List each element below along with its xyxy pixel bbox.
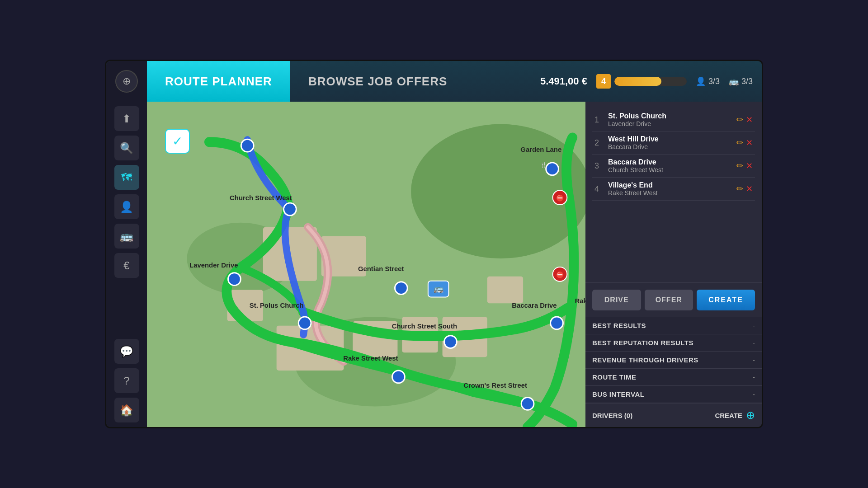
stat-label: ROUTE TIME [592,373,637,381]
add-driver-button[interactable]: ⊕ [746,409,755,422]
header-sidebar: ⊕ [106,61,147,102]
xp-level: 4 [596,74,611,89]
route-text: Baccara Drive Church Street West [608,158,732,174]
svg-text:Rake St.: Rake St. [575,297,585,305]
svg-text:🍴: 🍴 [540,161,547,168]
svg-text:Church Street West: Church Street West [230,194,292,202]
map-svg: 🚌 ⛔ ⛔ Garden Lane 🍴 Church Street West L… [147,102,585,427]
route-actions: ✏ ✕ [736,161,753,171]
svg-point-12 [546,163,559,175]
stat-label: BEST RESULTS [592,322,646,329]
svg-text:Crown's Rest Street: Crown's Rest Street [463,382,527,389]
delete-route-button[interactable]: ✕ [746,184,753,194]
route-number: 4 [594,184,604,194]
money-display: 5.491,00 € [540,75,587,87]
delete-route-button[interactable]: ✕ [746,161,753,171]
stats-panel: BEST RESULTS - BEST REPUTATION RESULTS -… [585,317,762,403]
buses-count: 3/3 [741,77,753,86]
svg-text:Baccara Drive: Baccara Drive [512,302,557,309]
svg-point-14 [228,273,241,286]
route-line2: Rake Street West [608,189,732,197]
tab-area: ROUTE PLANNER BROWSE JOB OFFERS [147,61,540,102]
svg-point-16 [298,317,311,329]
xp-bar-container: 4 [596,74,687,89]
stat-row: BEST RESULTS - [585,317,762,334]
route-text: St. Polus Church Lavender Drive [608,112,732,127]
svg-text:Garden Lane: Garden Lane [520,146,561,153]
compass-icon[interactable]: ⊕ [115,70,138,93]
svg-text:🚌: 🚌 [434,284,444,294]
route-line1: St. Polus Church [608,112,732,120]
drive-button[interactable]: DRIVE [592,290,641,310]
drivers-create-text: CREATE [715,412,742,419]
route-item: 2 West Hill Drive Baccara Drive ✏ ✕ [592,131,755,155]
route-item: 4 Village's End Rake Street West ✏ ✕ [592,178,755,201]
xp-fill [614,77,661,86]
stat-label: BEST REPUTATION RESULTS [592,339,693,347]
map-area[interactable]: 🚌 ⛔ ⛔ Garden Lane 🍴 Church Street West L… [147,102,585,427]
person-icon: 👤 [696,76,706,86]
header-right: 5.491,00 € 4 👤 3/3 🚌 3/3 [540,74,762,89]
delete-route-button[interactable]: ✕ [746,138,753,148]
stat-row: REVENUE THROUGH DRIVERS - [585,352,762,369]
edit-route-button[interactable]: ✏ [736,161,743,171]
delete-route-button[interactable]: ✕ [746,115,753,125]
svg-text:Gentian Street: Gentian Street [358,265,404,272]
route-line1: Village's End [608,181,732,189]
route-line2: Baccara Drive [608,143,732,150]
svg-point-20 [392,371,405,383]
route-number: 3 [594,161,604,171]
route-number: 1 [594,115,604,125]
edit-route-button[interactable]: ✏ [736,184,743,194]
tab-browse-jobs[interactable]: BROWSE JOB OFFERS [290,61,465,102]
stat-row: BEST REPUTATION RESULTS - [585,334,762,352]
route-text: Village's End Rake Street West [608,181,732,197]
edit-route-button[interactable]: ✏ [736,115,743,125]
stat-row: BUS INTERVAL - [585,386,762,403]
sidebar-item-money[interactable]: € [114,253,139,278]
stat-value: - [753,390,755,398]
route-line2: Lavender Drive [608,120,732,127]
edit-route-button[interactable]: ✏ [736,138,743,148]
route-list: 1 St. Polus Church Lavender Drive ✏ ✕ 2 … [585,102,762,282]
svg-text:⛔: ⛔ [556,194,564,202]
sidebar-item-help[interactable]: ? [114,368,139,393]
tab-route-planner[interactable]: ROUTE PLANNER [147,61,290,102]
drivers-count: 3/3 [708,77,720,86]
svg-point-15 [395,282,407,295]
svg-rect-11 [487,277,523,304]
xp-bar [614,77,687,86]
sidebar-item-upload[interactable]: ⬆ [114,106,139,131]
route-actions: ✏ ✕ [736,184,753,194]
svg-point-22 [241,139,254,152]
offer-button[interactable]: OFFER [645,290,693,310]
drivers-row: DRIVERS (0) CREATE ⊕ [585,403,762,427]
sidebar-item-map[interactable]: 🗺 [114,165,139,190]
checkmark-button[interactable]: ✓ [165,129,190,154]
bus-header-icon: 🚌 [729,76,739,86]
sidebar-item-search[interactable]: 🔍 [114,136,139,160]
create-button[interactable]: CREATE [697,290,755,310]
stat-value: - [753,373,755,381]
svg-text:⛔: ⛔ [556,271,564,279]
route-item: 3 Baccara Drive Church Street West ✏ ✕ [592,155,755,178]
buses-stat: 🚌 3/3 [729,76,753,86]
header: ⊕ ROUTE PLANNER BROWSE JOB OFFERS 5.491,… [106,61,762,102]
stat-value: - [753,322,755,329]
sidebar-item-person[interactable]: 👤 [114,194,139,219]
route-actions: ✏ ✕ [736,115,753,125]
route-number: 2 [594,138,604,148]
svg-point-17 [551,317,563,329]
sidebar-item-chat[interactable]: 💬 [114,339,139,364]
svg-point-19 [444,336,457,348]
sidebar-item-bus[interactable]: 🚌 [114,224,139,249]
stat-value: - [753,339,755,347]
left-sidebar: ⬆ 🔍 🗺 👤 🚌 € 💬 ? 🏠 [106,102,147,427]
stat-label: REVENUE THROUGH DRIVERS [592,356,698,364]
svg-text:Church Street South: Church Street South [392,323,457,330]
sidebar-item-home[interactable]: 🏠 [114,398,139,422]
svg-point-21 [521,398,534,410]
stat-row: ROUTE TIME - [585,369,762,386]
main-content: ⬆ 🔍 🗺 👤 🚌 € 💬 ? 🏠 [106,102,762,427]
drivers-label: DRIVERS (0) [592,412,632,419]
